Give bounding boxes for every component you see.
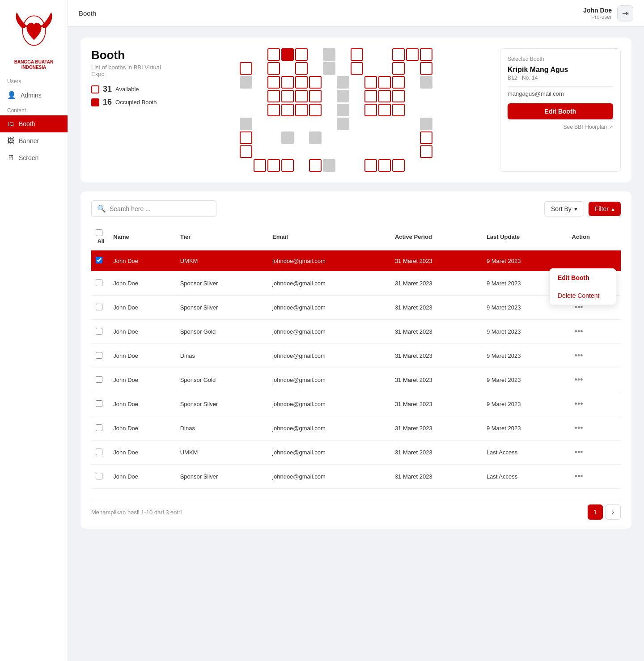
booth-cell bbox=[406, 62, 419, 75]
popup-edit-booth[interactable]: Edit Booth bbox=[550, 269, 616, 287]
row-active-period: 31 Maret 2023 bbox=[390, 416, 482, 441]
row-checkbox[interactable] bbox=[96, 424, 102, 431]
booth-cell[interactable] bbox=[378, 104, 391, 116]
booth-cell[interactable] bbox=[392, 159, 405, 172]
action-menu-button[interactable]: ••• bbox=[572, 326, 586, 337]
chevron-up-icon: ▴ bbox=[611, 205, 614, 212]
edit-booth-button[interactable]: Edit Booth bbox=[508, 103, 613, 119]
row-tier: Dinas bbox=[176, 416, 268, 441]
booth-cell[interactable] bbox=[378, 159, 391, 172]
booth-cell[interactable] bbox=[378, 76, 391, 89]
booth-cell[interactable] bbox=[364, 76, 377, 89]
action-menu-button[interactable]: ••• bbox=[572, 350, 586, 361]
booth-cell[interactable] bbox=[420, 131, 432, 144]
booth-cell[interactable] bbox=[420, 145, 432, 158]
row-checkbox[interactable] bbox=[96, 473, 102, 479]
booth-cell[interactable] bbox=[420, 62, 432, 75]
booth-cell[interactable] bbox=[351, 62, 363, 75]
row-checkbox[interactable] bbox=[96, 376, 102, 383]
row-last-update: 9 Maret 2023 bbox=[482, 392, 568, 416]
booth-cell[interactable] bbox=[295, 76, 308, 89]
booth-cell[interactable] bbox=[281, 90, 294, 102]
booth-cell[interactable] bbox=[295, 62, 308, 75]
action-menu-button[interactable]: ••• bbox=[572, 374, 586, 386]
popup-delete-content[interactable]: Delete Content bbox=[550, 287, 616, 305]
row-email: johndoe@gmail.com bbox=[268, 271, 390, 296]
logout-button[interactable]: ⇥ bbox=[617, 5, 633, 21]
row-checkbox[interactable] bbox=[96, 328, 102, 335]
booth-cell[interactable] bbox=[309, 76, 322, 89]
search-input[interactable] bbox=[110, 205, 211, 212]
booth-cell[interactable] bbox=[240, 145, 252, 158]
select-all-checkbox[interactable] bbox=[96, 229, 102, 236]
row-checkbox[interactable] bbox=[96, 257, 102, 263]
booth-cell[interactable] bbox=[267, 159, 280, 172]
booth-cell[interactable] bbox=[392, 104, 405, 116]
row-checkbox[interactable] bbox=[96, 400, 102, 407]
booth-cell[interactable] bbox=[267, 90, 280, 102]
filter-button[interactable]: Filter ▴ bbox=[589, 202, 621, 216]
row-last-update: Last Access bbox=[482, 441, 568, 465]
booth-cell[interactable] bbox=[392, 48, 405, 61]
booth-cell[interactable] bbox=[240, 131, 252, 144]
booth-cell bbox=[267, 118, 280, 130]
action-menu-button[interactable]: ••• bbox=[572, 398, 586, 410]
booth-cell[interactable] bbox=[392, 62, 405, 75]
booth-cell bbox=[323, 48, 335, 61]
booth-icon: 🗂 bbox=[7, 120, 14, 128]
sidebar-item-booth[interactable]: 🗂 Booth bbox=[0, 115, 68, 132]
booth-cell[interactable] bbox=[420, 48, 432, 61]
booth-cell[interactable] bbox=[281, 104, 294, 116]
booth-cell[interactable] bbox=[378, 90, 391, 102]
booth-cell[interactable] bbox=[351, 48, 363, 61]
booth-divider bbox=[508, 86, 613, 87]
booth-cell[interactable] bbox=[364, 90, 377, 102]
sort-button[interactable]: Sort By ▾ bbox=[544, 201, 584, 216]
booth-cell bbox=[254, 131, 266, 144]
row-checkbox[interactable] bbox=[96, 304, 102, 310]
booth-cell bbox=[420, 90, 432, 102]
booth-cell[interactable] bbox=[267, 104, 280, 116]
booth-cell bbox=[240, 90, 252, 102]
row-checkbox[interactable] bbox=[96, 449, 102, 455]
booth-cell bbox=[323, 104, 335, 116]
page-next-button[interactable]: › bbox=[606, 504, 621, 520]
row-checkbox-cell bbox=[91, 416, 109, 441]
booth-cell[interactable] bbox=[281, 48, 294, 61]
booth-cell[interactable] bbox=[295, 90, 308, 102]
action-menu-button[interactable]: ••• bbox=[572, 447, 586, 458]
sidebar-item-screen[interactable]: 🖥 Screen bbox=[0, 149, 68, 166]
booth-cell[interactable] bbox=[364, 104, 377, 116]
booth-cell[interactable] bbox=[267, 62, 280, 75]
sidebar-item-admins[interactable]: 👤 Admins bbox=[0, 86, 68, 104]
table-row: John Doe Sponsor Silver johndoe@gmail.co… bbox=[91, 271, 621, 296]
booth-cell[interactable] bbox=[240, 62, 252, 75]
booth-cell bbox=[420, 76, 432, 89]
booth-cell[interactable] bbox=[364, 159, 377, 172]
action-menu-button[interactable]: ••• bbox=[572, 423, 586, 434]
booth-cell bbox=[378, 131, 391, 144]
row-checkbox[interactable] bbox=[96, 352, 102, 359]
page-1-button[interactable]: 1 bbox=[588, 504, 603, 520]
booth-cell[interactable] bbox=[281, 76, 294, 89]
booth-cell[interactable] bbox=[392, 76, 405, 89]
booth-cell bbox=[281, 145, 294, 158]
booth-cell[interactable] bbox=[309, 90, 322, 102]
booth-cell[interactable] bbox=[295, 104, 308, 116]
table-row: John Doe Sponsor Gold johndoe@gmail.com … bbox=[91, 320, 621, 344]
booth-cell[interactable] bbox=[309, 104, 322, 116]
booth-cell[interactable] bbox=[254, 159, 266, 172]
booth-cell bbox=[420, 118, 432, 130]
booth-cell[interactable] bbox=[281, 159, 294, 172]
action-menu-button[interactable]: ••• bbox=[572, 471, 586, 482]
booth-cell[interactable] bbox=[392, 90, 405, 102]
booth-cell[interactable] bbox=[267, 76, 280, 89]
sidebar-item-banner[interactable]: 🖼 Banner bbox=[0, 132, 68, 149]
see-floorplan-link[interactable]: See BBI Floorplan ↗ bbox=[508, 124, 613, 130]
booth-cell[interactable] bbox=[267, 48, 280, 61]
booth-cell[interactable] bbox=[295, 48, 308, 61]
booth-cell[interactable] bbox=[309, 159, 322, 172]
booth-cell bbox=[267, 145, 280, 158]
row-checkbox[interactable] bbox=[96, 280, 102, 286]
booth-cell[interactable] bbox=[406, 48, 419, 61]
